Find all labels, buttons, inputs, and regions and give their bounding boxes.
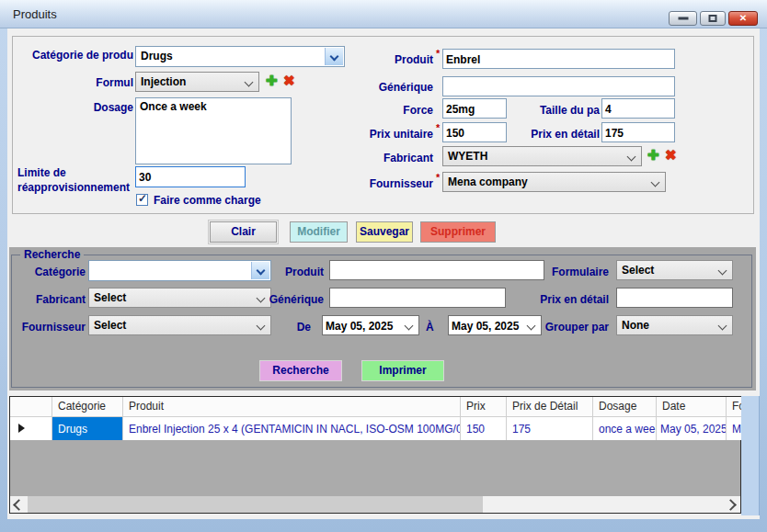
- dosage-textarea[interactable]: Once a week: [135, 97, 292, 164]
- grid-header-supplier[interactable]: Fo: [727, 397, 741, 416]
- scroll-right-icon[interactable]: [725, 499, 737, 511]
- unit-price-input[interactable]: 150: [442, 122, 507, 142]
- maximize-button[interactable]: [700, 11, 726, 26]
- category-select[interactable]: Drugs: [135, 46, 345, 67]
- window-title: Produits: [13, 7, 57, 21]
- reorder-limit-label: Limite de réapprovisionnement: [17, 165, 142, 195]
- product-input[interactable]: Enbrel: [442, 49, 675, 69]
- add-icon[interactable]: ✚: [266, 73, 278, 89]
- search-supplier-label: Fournisseur: [18, 321, 86, 334]
- generic-label: Générique: [323, 81, 433, 94]
- delete-icon[interactable]: ✖: [283, 73, 295, 89]
- group-by-select[interactable]: None: [616, 315, 733, 335]
- manufacturer-select[interactable]: WYETH: [442, 146, 642, 166]
- print-button[interactable]: Imprimer: [361, 360, 444, 381]
- search-category-select[interactable]: [88, 260, 271, 281]
- unit-price-label: Prix unitaire: [323, 128, 433, 141]
- reorder-limit-input[interactable]: 30: [135, 166, 246, 187]
- date-from-picker[interactable]: May 05, 2025: [322, 315, 419, 335]
- supplier-select[interactable]: Mena company: [442, 172, 666, 192]
- search-manufacturer-label: Fabricant: [18, 293, 86, 306]
- product-label: Produit: [323, 53, 433, 66]
- grid-header-product[interactable]: Produit: [123, 397, 461, 416]
- manufacturer-label: Fabricant: [323, 152, 433, 164]
- search-button[interactable]: Recherche: [259, 360, 342, 381]
- delete-button[interactable]: Supprimer: [420, 221, 496, 243]
- cell-product[interactable]: Enbrel Injection 25 x 4 (GENTAMICIN IN N…: [123, 416, 461, 440]
- strength-label: Force: [323, 104, 433, 117]
- chevron-down-icon: [718, 322, 727, 331]
- charge-checkbox-label[interactable]: Faire comme charge: [154, 194, 261, 207]
- search-supplier-select[interactable]: Select: [88, 315, 271, 335]
- grid-header-category[interactable]: Catégorie: [52, 397, 123, 416]
- chevron-down-icon: [651, 178, 660, 187]
- right-gutter: [741, 396, 760, 515]
- title-bar: Produits ✕: [0, 0, 767, 28]
- search-category-label: Catégorie: [18, 266, 86, 278]
- generic-input[interactable]: [442, 76, 675, 96]
- search-product-label: Produit: [248, 266, 324, 278]
- category-label: Catégorie de produ: [22, 49, 133, 62]
- maximize-icon: [709, 15, 717, 22]
- search-retail-label: Prix en détail: [524, 293, 609, 306]
- formulation-select[interactable]: Injection: [135, 72, 259, 92]
- search-panel: Recherche Catégorie Produit Formulaire S…: [9, 247, 756, 391]
- minimize-button[interactable]: [669, 11, 697, 26]
- group-by-label: Grouper par: [524, 321, 609, 334]
- grid-header-retail[interactable]: Prix de Détail: [507, 397, 593, 416]
- pack-size-input[interactable]: 4: [601, 98, 675, 119]
- close-button[interactable]: ✕: [728, 11, 758, 26]
- chevron-down-icon: [627, 153, 636, 162]
- retail-price-label: Prix en détail: [508, 128, 600, 141]
- required-mark: *: [436, 48, 440, 59]
- cell-retail[interactable]: 175: [507, 416, 593, 440]
- charge-checkbox[interactable]: ✓: [136, 194, 148, 206]
- strength-input[interactable]: 25mg: [442, 98, 507, 119]
- grid-header-price[interactable]: Prix: [461, 397, 507, 416]
- grid-header-selector: [10, 397, 52, 416]
- add-icon[interactable]: ✚: [647, 147, 659, 164]
- required-mark: *: [436, 172, 440, 183]
- check-icon: ✓: [138, 192, 147, 205]
- grid-header-dosage[interactable]: Dosage: [593, 397, 657, 416]
- search-product-input[interactable]: [329, 260, 544, 280]
- horizontal-scrollbar[interactable]: [10, 496, 740, 513]
- search-form-select[interactable]: Select: [616, 260, 733, 280]
- date-to-label: À: [426, 321, 434, 334]
- chevron-down-icon: [718, 266, 727, 276]
- cell-supplier[interactable]: Men: [727, 416, 741, 440]
- search-group-title: Recherche: [20, 248, 84, 261]
- search-retail-input[interactable]: [616, 288, 733, 308]
- supplier-label: Fournisseur: [323, 177, 433, 190]
- scroll-left-icon[interactable]: [13, 499, 25, 511]
- chevron-down-icon: [405, 322, 414, 331]
- clear-button[interactable]: Clair: [210, 221, 277, 243]
- row-selector-cell[interactable]: [10, 416, 52, 440]
- search-form-label: Formulaire: [524, 266, 609, 278]
- cell-price[interactable]: 150: [461, 416, 507, 440]
- client-area: Catégorie de produ Drugs Formul Injectio…: [7, 28, 760, 519]
- grid-header-date[interactable]: Date: [657, 397, 727, 416]
- cell-dosage[interactable]: once a week: [593, 416, 657, 440]
- search-manufacturer-select[interactable]: Select: [88, 288, 271, 308]
- window: Produits ✕ Catégorie de produ Drugs Form…: [0, 0, 767, 532]
- retail-price-input[interactable]: 175: [601, 122, 675, 142]
- formulation-label: Formul: [50, 76, 133, 89]
- search-generic-input[interactable]: [329, 288, 506, 308]
- product-form-panel: Catégorie de produ Drugs Formul Injectio…: [12, 36, 754, 214]
- date-from-label: De: [285, 321, 311, 334]
- chevron-down-icon: [245, 78, 254, 87]
- minimize-icon: [678, 17, 688, 20]
- cell-category[interactable]: Drugs: [52, 416, 123, 440]
- save-button[interactable]: Sauvegar: [356, 221, 413, 243]
- delete-icon[interactable]: ✖: [665, 147, 677, 164]
- scrollbar-thumb[interactable]: [28, 496, 483, 513]
- cell-date[interactable]: May 05, 2025: [657, 416, 727, 440]
- pack-size-label: Taille du pa: [508, 104, 600, 117]
- row-selector-icon: [18, 424, 25, 433]
- edit-button[interactable]: Modifier: [290, 221, 348, 243]
- dosage-label: Dosage: [50, 101, 133, 114]
- search-generic-label: Générique: [248, 293, 324, 306]
- results-grid: Catégorie Produit Prix Prix de Détail Do…: [9, 396, 741, 514]
- close-icon: ✕: [739, 13, 747, 23]
